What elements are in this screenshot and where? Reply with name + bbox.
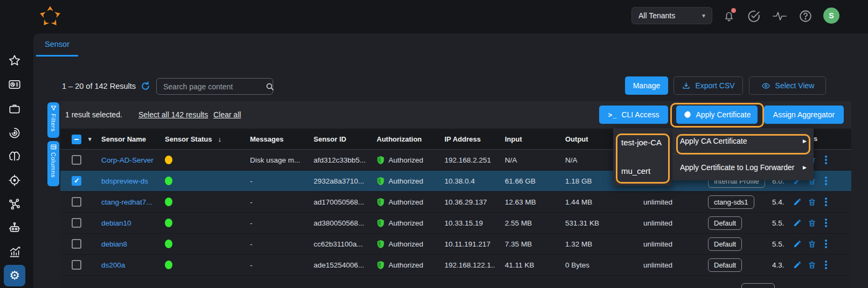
table-row[interactable]: ds200a - ade15254006... Authorized 192.1… — [60, 255, 851, 276]
table-row[interactable]: ctang-redhat7... - ad170050568... Author… — [60, 192, 851, 213]
row-checkbox[interactable] — [72, 239, 81, 249]
settings-gear-icon[interactable]: ⚙ — [4, 265, 25, 286]
profile-chip: Default — [708, 237, 742, 251]
search-input[interactable] — [157, 82, 265, 91]
row-checkbox[interactable] — [72, 197, 81, 207]
submenu-arrow-icon: ▶ — [803, 138, 807, 144]
favorites-star-icon[interactable] — [5, 51, 24, 71]
sensor-name-link[interactable]: debian10 — [101, 219, 131, 227]
certificate-seal-icon — [683, 110, 692, 119]
menu-item-mu-cert[interactable]: mu_cert — [613, 157, 672, 185]
help-icon[interactable] — [797, 8, 814, 24]
shield-icon — [377, 219, 385, 228]
certificate-submenu: test-joe-CA mu_cert — [613, 128, 672, 186]
col-header-ip-address[interactable]: IP Address — [435, 135, 495, 143]
avatar-initial: S — [829, 11, 834, 20]
submenu-arrow-icon: ▶ — [803, 165, 807, 170]
cli-access-button[interactable]: >_ CLI Access — [599, 106, 668, 124]
row-menu-kebab-icon[interactable] — [822, 238, 830, 249]
sensor-name-link[interactable]: debian8 — [101, 240, 127, 248]
col-header-partial: s — [814, 135, 817, 143]
briefcase-icon[interactable] — [5, 99, 24, 118]
col-header-sensor-name[interactable]: Sensor Name — [92, 135, 155, 143]
manage-button[interactable]: Manage — [625, 76, 668, 95]
user-avatar[interactable]: S — [823, 8, 839, 24]
table-row[interactable]: debian8 - cc62b31100a... Authorized 10.1… — [60, 234, 851, 255]
edit-pencil-icon[interactable] — [793, 218, 802, 228]
profile-chip: ctang-sds1 — [708, 195, 754, 209]
radar-icon[interactable] — [5, 123, 24, 143]
notifications-bell-icon[interactable] — [721, 8, 737, 24]
row-menu-kebab-icon[interactable] — [822, 196, 830, 207]
shield-icon — [377, 198, 385, 207]
status-dot-ok — [165, 261, 172, 269]
filters-side-tab[interactable]: Filters — [47, 102, 59, 138]
col-header-authorization[interactable]: Authorization — [367, 135, 435, 143]
assign-aggregator-button[interactable]: Assign Aggregator — [764, 106, 844, 124]
select-all-checkbox[interactable] — [72, 135, 81, 144]
top-bar: All Tenants ▾ S — [0, 0, 868, 33]
sensor-name-link[interactable]: ds200a — [101, 261, 125, 269]
shield-icon — [377, 177, 385, 186]
delete-trash-icon[interactable] — [807, 197, 817, 207]
selection-toolbar: 1 result selected. Select all 142 result… — [60, 101, 851, 128]
refresh-icon[interactable] — [140, 81, 151, 92]
delete-trash-icon[interactable] — [807, 218, 817, 228]
partial-next-row — [60, 276, 851, 288]
delete-trash-icon[interactable] — [807, 239, 817, 249]
eye-icon — [761, 81, 771, 90]
target-icon[interactable] — [5, 171, 24, 190]
row-checkbox[interactable] — [72, 155, 81, 165]
sensor-name-link[interactable]: Corp-AD-Server — [101, 156, 154, 164]
filter-funnel-icon — [50, 105, 57, 111]
search-icon[interactable] — [265, 82, 275, 92]
notification-badge — [731, 8, 736, 13]
row-menu-kebab-icon[interactable] — [822, 175, 830, 186]
download-icon — [682, 81, 691, 90]
menu-item-test-joe-ca[interactable]: test-joe-CA — [613, 128, 672, 157]
tenant-selector[interactable]: All Tenants ▾ — [631, 7, 712, 24]
clear-all-link[interactable]: Clear all — [213, 110, 241, 119]
select-view-button[interactable]: Select View — [749, 76, 826, 95]
dashboard-icon[interactable] — [5, 75, 24, 94]
col-header-sensor-id[interactable]: Sensor ID — [304, 135, 367, 143]
shield-icon — [377, 156, 385, 165]
status-dot-ok — [165, 240, 172, 248]
sensor-name-link[interactable]: ctang-redhat7... — [101, 198, 152, 206]
col-header-messages[interactable]: Messages — [240, 135, 304, 143]
edit-pencil-icon[interactable] — [793, 197, 802, 207]
row-menu-kebab-icon[interactable] — [822, 217, 830, 228]
menu-item-apply-ca-certificate[interactable]: Apply CA Certificate ▶ — [672, 128, 814, 154]
edit-pencil-icon[interactable] — [793, 260, 802, 270]
delete-trash-icon[interactable] — [807, 260, 817, 270]
export-csv-button[interactable]: Export CSV — [673, 76, 743, 95]
col-header-input[interactable]: Input — [495, 135, 555, 143]
tasks-check-icon[interactable] — [746, 8, 762, 24]
results-count: 1 – 20 of 142 Results — [62, 82, 136, 90]
status-dot-ok — [165, 198, 172, 206]
edit-pencil-icon[interactable] — [793, 239, 802, 249]
apply-certificate-button[interactable]: Apply Certificate — [676, 106, 758, 124]
table-row[interactable]: debian10 - ad380050568... Authorized 10.… — [60, 213, 851, 234]
menu-item-apply-cert-log-forwarder[interactable]: Apply Certificate to Log Forwarder ▶ — [672, 154, 814, 180]
tab-sensor[interactable]: Sensor — [36, 40, 78, 57]
row-menu-kebab-icon[interactable] — [822, 259, 830, 270]
tenant-selector-value: All Tenants — [638, 11, 675, 20]
network-icon[interactable] — [5, 194, 24, 214]
row-checkbox-checked[interactable] — [72, 176, 81, 186]
sensor-name-link[interactable]: bdspreview-ds — [101, 177, 148, 185]
brain-icon[interactable] — [5, 147, 24, 166]
columns-side-tab[interactable]: Columns — [47, 141, 59, 186]
select-all-link[interactable]: Select all 142 results — [138, 110, 208, 119]
row-checkbox[interactable] — [72, 218, 81, 228]
col-header-sensor-status[interactable]: Sensor Status↓ — [155, 135, 240, 143]
activity-pulse-icon[interactable] — [772, 8, 788, 24]
row-menu-kebab-icon[interactable] — [822, 154, 830, 165]
terminal-icon: >_ — [608, 111, 617, 119]
selection-menu-caret-icon[interactable]: ▾ — [88, 136, 92, 143]
shield-icon — [377, 240, 385, 249]
robot-icon[interactable] — [5, 218, 24, 237]
profile-chip-partial — [741, 283, 775, 288]
row-checkbox[interactable] — [72, 260, 81, 270]
reports-chart-icon[interactable] — [5, 242, 24, 262]
